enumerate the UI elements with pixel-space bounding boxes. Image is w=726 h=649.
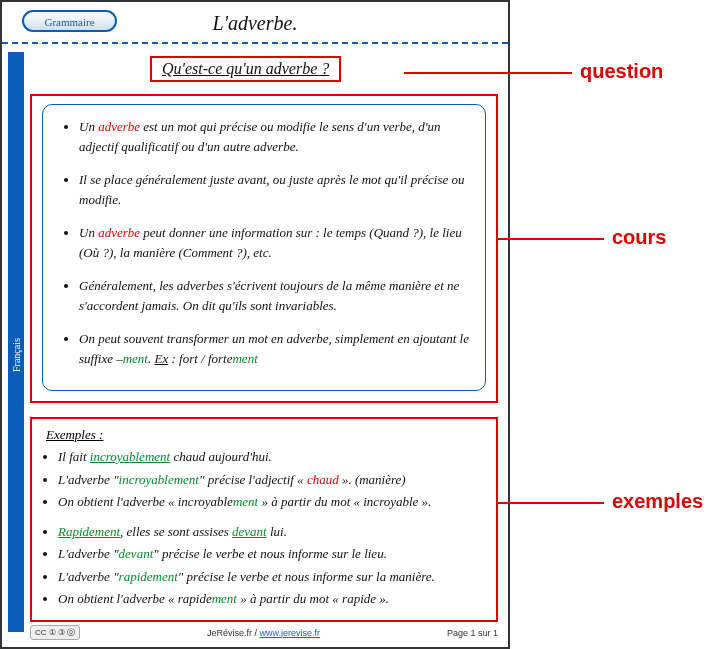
exemple-item: Il fait incroyablement chaud aujourd'hui… (58, 447, 486, 467)
keyword-adverbe: adverbe (98, 225, 140, 240)
text: , elles se sont assises (120, 524, 232, 539)
text: Un (79, 119, 98, 134)
text: chaud aujourd'hui. (170, 449, 272, 464)
side-strip-label: Français (11, 338, 22, 372)
text: L'adverbe " (58, 472, 119, 487)
text: L'adverbe " (58, 546, 119, 561)
kw-rapidement: rapidement (119, 569, 178, 584)
suffix-ment: ment (123, 351, 148, 366)
exemple-item: L'adverbe "devant" précise le verbe et n… (58, 544, 486, 564)
exemples-box: Exemples : Il fait incroyablement chaud … (30, 417, 498, 622)
kw-chaud: chaud (307, 472, 339, 487)
annotation-question: question (580, 60, 663, 83)
cours-item: Un adverbe est un mot qui précise ou mod… (79, 117, 477, 156)
annotation-line (404, 72, 572, 74)
text: " précise l'adjectif « (199, 472, 307, 487)
text: » à partir du mot « rapide ». (237, 591, 389, 606)
exemple-item: On obtient l'adverbe « rapidement » à pa… (58, 589, 486, 609)
kw-rapidement: Rapidement (58, 524, 120, 539)
question-box: Qu'est-ce qu'un adverbe ? (150, 56, 341, 82)
footer-site: JeRévise.fr / www.jerevise.fr (88, 628, 439, 638)
annotation-exemples: exemples (612, 490, 703, 513)
exemple-item: L'adverbe "rapidement" précise le verbe … (58, 567, 486, 587)
text: lui. (267, 524, 287, 539)
kw-devant: devant (119, 546, 154, 561)
example-label: Ex (154, 351, 168, 366)
text: On obtient l'adverbe « incroyable (58, 494, 233, 509)
footer-link[interactable]: www.jerevise.fr (260, 628, 321, 638)
side-strip: Français (8, 52, 24, 632)
text: Il fait (58, 449, 90, 464)
text: Un (79, 225, 98, 240)
cours-item: Il se place généralement juste avant, ou… (79, 170, 477, 209)
keyword-adverbe: adverbe (98, 119, 140, 134)
exemple-item: L'adverbe "incroyablement" précise l'adj… (58, 470, 486, 490)
page-footer: CC ① ③ ⓪ JeRévise.fr / www.jerevise.fr P… (30, 621, 498, 643)
footer-page: Page 1 sur 1 (447, 628, 498, 638)
annotation-cours: cours (612, 226, 666, 249)
text: L'adverbe " (58, 569, 119, 584)
text: : fort / (168, 351, 208, 366)
page-content: Qu'est-ce qu'un adverbe ? Un adverbe est… (30, 52, 498, 619)
text: " précise le verbe et nous informe sur l… (153, 546, 387, 561)
exemples-title: Exemples : (46, 427, 486, 443)
text: forte (208, 351, 233, 366)
cours-item: Généralement, les adverbes s'écrivent to… (79, 276, 477, 315)
cours-item: On peut souvent transformer un mot en ad… (79, 329, 477, 368)
cours-item: Un adverbe peut donner une information s… (79, 223, 477, 262)
text: JeRévise.fr / (207, 628, 260, 638)
annotation-line (498, 502, 604, 504)
suffix-ment: ment (233, 494, 258, 509)
suffix-ment: ment (232, 351, 257, 366)
kw-devant: devant (232, 524, 267, 539)
cours-box: Un adverbe est un mot qui précise ou mod… (30, 94, 498, 403)
cc-badge-icon: CC ① ③ ⓪ (30, 625, 80, 640)
text: On obtient l'adverbe « rapide (58, 591, 212, 606)
text: " précise le verbe et nous informe sur l… (178, 569, 435, 584)
text: » à partir du mot « incroyable ». (258, 494, 431, 509)
text: ». (manière) (339, 472, 406, 487)
annotation-line (498, 238, 604, 240)
cours-inner: Un adverbe est un mot qui précise ou mod… (42, 104, 486, 391)
kw-incroyablement: incroyablement (119, 472, 199, 487)
suffix-ment: ment (212, 591, 237, 606)
kw-incroyablement: incroyablement (90, 449, 170, 464)
question-text: Qu'est-ce qu'un adverbe ? (162, 60, 329, 77)
exemple-item: On obtient l'adverbe « incroyablement » … (58, 492, 486, 512)
exemple-item: Rapidement, elles se sont assises devant… (58, 522, 486, 542)
document-page: Grammaire L'adverbe. Français Qu'est-ce … (0, 0, 510, 649)
subject-tab: Grammaire (22, 10, 117, 32)
